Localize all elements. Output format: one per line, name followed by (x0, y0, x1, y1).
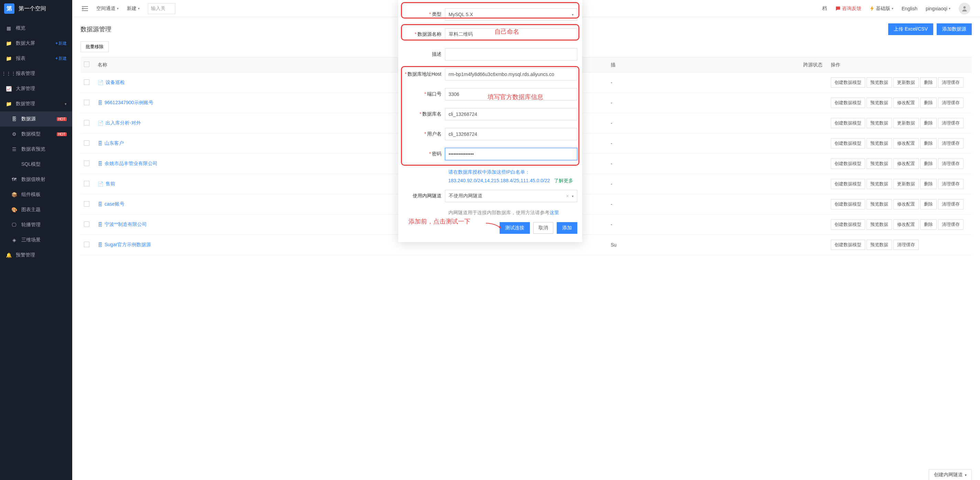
op-create_model-button[interactable]: 创建数据模型 (831, 98, 865, 108)
batch-remove-button[interactable]: 批量移除 (81, 41, 109, 52)
sidebar-item-预警管理[interactable]: 🔔 预警管理 (0, 248, 72, 263)
row-checkbox[interactable] (84, 181, 89, 186)
cancel-button[interactable]: 取消 (533, 222, 553, 234)
op-clear-button[interactable]: 清理缓存 (893, 240, 919, 250)
op-preview-button[interactable]: 预览数据 (867, 179, 892, 189)
op-create_model-button[interactable]: 创建数据模型 (831, 199, 865, 210)
op-delete-button[interactable]: 删除 (920, 77, 937, 88)
op-update-button[interactable]: 更新数据 (893, 179, 919, 189)
op-modify-button[interactable]: 修改配置 (893, 159, 919, 169)
op-delete-button[interactable]: 删除 (920, 118, 937, 128)
label-tunnel: 使用内网隧道 (403, 193, 445, 199)
op-preview-button[interactable]: 预览数据 (867, 138, 892, 149)
op-delete-button[interactable]: 删除 (920, 179, 937, 189)
row-checkbox[interactable] (84, 221, 89, 227)
row-checkbox[interactable] (84, 140, 89, 146)
sidebar-item-报表管理[interactable]: ⋮⋮⋮ 报表管理 (0, 66, 72, 81)
op-delete-button[interactable]: 删除 (920, 138, 937, 149)
op-clear-button[interactable]: 清理缓存 (938, 98, 964, 108)
sidebar-item-概览[interactable]: ▦ 概览 (0, 21, 72, 36)
op-modify-button[interactable]: 修改配置 (893, 199, 919, 210)
new-link[interactable]: +新建 (56, 41, 67, 46)
collapse-sidebar-icon[interactable] (82, 6, 88, 11)
op-delete-button[interactable]: 删除 (920, 159, 937, 169)
sidebar-item-数据大屏[interactable]: 📁 数据大屏+新建 (0, 36, 72, 51)
op-create_model-button[interactable]: 创建数据模型 (831, 240, 865, 250)
op-clear-button[interactable]: 清理缓存 (938, 199, 964, 210)
add-button[interactable]: 添加 (557, 222, 578, 234)
op-preview-button[interactable]: 预览数据 (867, 98, 892, 108)
header-lang[interactable]: English (902, 6, 917, 11)
op-preview-button[interactable]: 预览数据 (867, 240, 892, 250)
row-checkbox[interactable] (84, 100, 89, 105)
op-modify-button[interactable]: 修改配置 (893, 219, 919, 230)
op-clear-button[interactable]: 清理缓存 (938, 118, 964, 128)
row-checkbox[interactable] (84, 242, 89, 247)
sidebar-item-大屏管理[interactable]: 📈 大屏管理 (0, 81, 72, 96)
op-preview-button[interactable]: 预览数据 (867, 199, 892, 210)
dbname-input[interactable] (445, 108, 578, 120)
row-name-link[interactable]: 🗄Sugar官方示例数据源 (98, 242, 604, 248)
op-preview-button[interactable]: 预览数据 (867, 219, 892, 230)
op-clear-button[interactable]: 清理缓存 (938, 77, 964, 88)
header-new[interactable]: 新建▾ (127, 5, 140, 12)
op-create_model-button[interactable]: 创建数据模型 (831, 77, 865, 88)
header-channel[interactable]: 空间通道▾ (96, 5, 119, 12)
op-update-button[interactable]: 更新数据 (893, 118, 919, 128)
op-create_model-button[interactable]: 创建数据模型 (831, 118, 865, 128)
op-clear-button[interactable]: 清理缓存 (938, 219, 964, 230)
user-input[interactable] (445, 128, 578, 140)
op-update-button[interactable]: 更新数据 (893, 77, 919, 88)
sidebar-item-数据源[interactable]: 🗄 数据源HOT (0, 111, 72, 127)
new-link[interactable]: +新建 (56, 56, 67, 62)
sidebar-item-三维场景[interactable]: ◈ 三维场景 (0, 232, 72, 248)
op-create_model-button[interactable]: 创建数据模型 (831, 179, 865, 189)
op-delete-button[interactable]: 删除 (920, 219, 937, 230)
header-user[interactable]: pingxiaoqi▾ (926, 6, 950, 11)
sidebar-item-数据模型[interactable]: ⚙ 数据模型HOT (0, 127, 72, 141)
clear-icon[interactable]: × (566, 193, 569, 199)
op-delete-button[interactable]: 删除 (920, 199, 937, 210)
search-input[interactable]: 输入关 (148, 3, 175, 14)
type-select[interactable]: MySQL 5.X ▾ (445, 8, 578, 21)
select-all-checkbox[interactable] (84, 62, 89, 67)
learn-more-link[interactable]: 了解更多 (554, 178, 573, 183)
op-preview-button[interactable]: 预览数据 (867, 159, 892, 169)
upload-excel-button[interactable]: 上传 Excel/CSV (888, 23, 933, 35)
op-clear-button[interactable]: 清理缓存 (938, 138, 964, 149)
header-plan[interactable]: 基础版▾ (870, 5, 893, 12)
sidebar-item-报表[interactable]: 📁 报表+新建 (0, 51, 72, 66)
tunnel-here-link[interactable]: 这里 (549, 210, 559, 215)
op-delete-button[interactable]: 删除 (920, 98, 937, 108)
avatar[interactable] (959, 3, 970, 14)
sidebar-item-组件模板[interactable]: 📦 组件模板 (0, 187, 72, 202)
add-datasource-button[interactable]: 添加数据源 (937, 23, 972, 35)
row-checkbox[interactable] (84, 161, 89, 166)
op-modify-button[interactable]: 修改配置 (893, 98, 919, 108)
row-checkbox[interactable] (84, 120, 89, 126)
sidebar-item-数据值映射[interactable]: 🗺 数据值映射 (0, 172, 72, 187)
header-doc[interactable]: 档 (822, 5, 827, 12)
password-input[interactable] (445, 148, 578, 160)
op-create_model-button[interactable]: 创建数据模型 (831, 138, 865, 149)
op-create_model-button[interactable]: 创建数据模型 (831, 159, 865, 169)
sidebar-item-图表主题[interactable]: 🎨 图表主题 (0, 202, 72, 217)
row-checkbox[interactable] (84, 201, 89, 207)
op-create_model-button[interactable]: 创建数据模型 (831, 219, 865, 230)
row-checkbox[interactable] (84, 79, 89, 85)
op-clear-button[interactable]: 清理缓存 (938, 179, 964, 189)
create-tunnel-link[interactable]: 创建内网隧道 ▾ (929, 469, 972, 480)
sidebar-item-数据表预览[interactable]: ☰ 数据表预览 (0, 141, 72, 157)
header-feedback[interactable]: 咨询反馈 (835, 5, 861, 12)
desc-input[interactable] (445, 48, 578, 60)
sidebar-item-数据管理[interactable]: 📁 数据管理▾ (0, 96, 72, 111)
sidebar-item-SQL模型[interactable]: SQL模型 (0, 157, 72, 172)
space-name[interactable]: 第一个空间 (19, 5, 46, 13)
host-input[interactable] (445, 68, 578, 81)
op-preview-button[interactable]: 预览数据 (867, 118, 892, 128)
op-preview-button[interactable]: 预览数据 (867, 77, 892, 88)
op-clear-button[interactable]: 清理缓存 (938, 159, 964, 169)
op-modify-button[interactable]: 修改配置 (893, 138, 919, 149)
tunnel-select[interactable]: 不使用内网隧道 × ▾ (445, 190, 578, 202)
sidebar-item-轮播管理[interactable]: 🖵 轮播管理 (0, 217, 72, 232)
